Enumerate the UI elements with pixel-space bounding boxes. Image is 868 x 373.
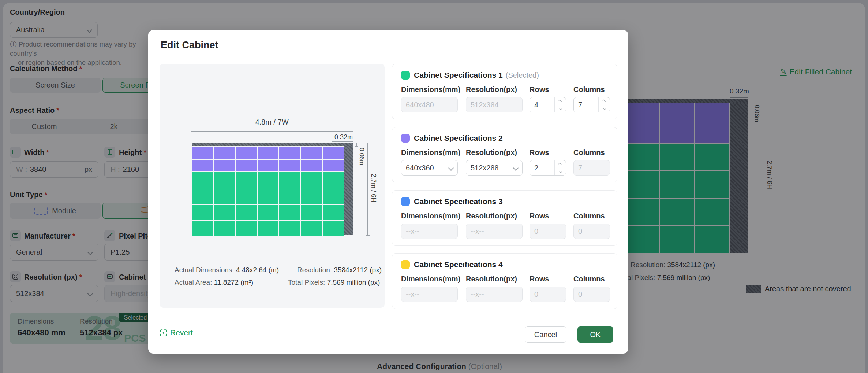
cabinet-spec-card-2[interactable]: Cabinet Specifications 2 Dimensions(mm) … bbox=[392, 127, 617, 182]
grid-cell bbox=[236, 172, 257, 188]
grid-cell bbox=[301, 147, 322, 159]
columns-label: Columns bbox=[573, 148, 605, 157]
cabinet-spec-card-1[interactable]: Cabinet Specifications 1(Selected) Dimen… bbox=[392, 64, 617, 119]
grid-cell bbox=[192, 172, 213, 188]
spec3-title: Cabinet Specifications 3 bbox=[414, 197, 503, 206]
grid-cell bbox=[279, 172, 300, 188]
grid-cell bbox=[279, 205, 300, 220]
spec4-title: Cabinet Specifications 4 bbox=[414, 260, 503, 269]
ruler-tick bbox=[353, 129, 353, 134]
actual-dimensions-stat: Actual Dimensions: 4.48x2.64 (m) bbox=[175, 266, 279, 274]
grid-cell bbox=[323, 172, 344, 188]
grid-row bbox=[192, 172, 344, 188]
grid-cell bbox=[301, 160, 322, 171]
spec1-rows-stepper[interactable]: 4 bbox=[530, 97, 566, 112]
ruler-tick bbox=[355, 143, 358, 143]
edit-cabinet-modal: Edit Cabinet 4.8m / 7W 0.32m 0.06m 2.7m … bbox=[148, 30, 628, 354]
cancel-button[interactable]: Cancel bbox=[525, 326, 566, 343]
grid-cell bbox=[301, 188, 322, 204]
grid-cell bbox=[214, 188, 235, 204]
dimensions-label: Dimensions(mm) bbox=[401, 85, 460, 94]
grid-row bbox=[192, 188, 344, 204]
rows-decrement-button[interactable] bbox=[555, 168, 566, 176]
spec2-resolution-select[interactable]: 512x288 bbox=[466, 160, 523, 176]
preview-gap-label: 0.06m bbox=[358, 148, 365, 165]
resolution-label: Resolution(px) bbox=[466, 212, 517, 220]
spec2-rows-stepper[interactable]: 2 bbox=[530, 160, 566, 176]
grid-cell bbox=[192, 221, 213, 236]
ok-button[interactable]: OK bbox=[577, 326, 613, 343]
spec2-color-swatch bbox=[401, 134, 410, 143]
total-pixels-stat: Total Pixels: 7.569 million (px) bbox=[288, 278, 380, 287]
rows-label: Rows bbox=[530, 275, 549, 283]
resolution-label: Resolution(px) bbox=[466, 85, 517, 94]
app: Country/Region Australia ⓘ Product recom… bbox=[0, 0, 868, 373]
rows-increment-button[interactable] bbox=[555, 160, 566, 168]
grid-cell bbox=[214, 205, 235, 220]
spec1-columns-stepper[interactable]: 7 bbox=[573, 97, 610, 112]
grid-row bbox=[192, 147, 344, 159]
resolution-label: Resolution(px) bbox=[466, 275, 517, 283]
spec3-columns-input: 0 bbox=[573, 224, 610, 239]
preview-uncovered-top-strip bbox=[192, 143, 353, 146]
grid-cell bbox=[279, 147, 300, 159]
grid-cell bbox=[192, 160, 213, 171]
resolution-label: Resolution(px) bbox=[466, 148, 517, 157]
grid-cell bbox=[236, 147, 257, 159]
spec3-resolution-input: --x-- bbox=[466, 224, 523, 239]
rows-increment-button[interactable] bbox=[555, 97, 566, 105]
spec3-dimensions-input: --x-- bbox=[401, 224, 458, 239]
rows-label: Rows bbox=[530, 85, 549, 94]
grid-cell bbox=[301, 221, 322, 236]
grid-row bbox=[192, 160, 344, 171]
preview-column-bracket bbox=[332, 141, 353, 142]
columns-label: Columns bbox=[573, 85, 605, 94]
modal-title: Edit Cabinet bbox=[161, 40, 218, 51]
grid-cell bbox=[258, 172, 278, 188]
grid-row bbox=[192, 205, 344, 220]
ruler-tick bbox=[366, 235, 370, 236]
grid-cell bbox=[236, 188, 257, 204]
cabinet-spec-card-4[interactable]: Cabinet Specifications 4 Dimensions(mm) … bbox=[392, 253, 617, 309]
spec2-title: Cabinet Specifications 2 bbox=[414, 134, 503, 143]
grid-cell bbox=[214, 172, 235, 188]
grid-cell bbox=[258, 188, 278, 204]
spec1-dimensions-input: 640x480 bbox=[401, 97, 458, 112]
grid-cell bbox=[279, 188, 300, 204]
grid-cell bbox=[236, 160, 257, 171]
ruler-tick bbox=[366, 143, 370, 143]
revert-button[interactable]: Revert bbox=[160, 328, 193, 337]
grid-cell bbox=[236, 205, 257, 220]
preview-height-ruler bbox=[367, 143, 368, 235]
preview-height-label: 2.7m / 6H bbox=[370, 174, 377, 202]
columns-increment-button[interactable] bbox=[599, 97, 610, 105]
grid-cell bbox=[323, 221, 344, 236]
grid-cell bbox=[258, 221, 278, 236]
columns-label: Columns bbox=[573, 275, 605, 283]
grid-cell bbox=[301, 172, 322, 188]
grid-cell bbox=[258, 147, 278, 159]
grid-cell bbox=[192, 147, 213, 159]
chevron-down-icon bbox=[448, 165, 454, 171]
grid-cell bbox=[323, 188, 344, 204]
preview-gap-bracket bbox=[356, 143, 357, 146]
chevron-down-icon bbox=[513, 165, 519, 171]
preview-column-width-label: 0.32m bbox=[331, 133, 353, 141]
columns-decrement-button[interactable] bbox=[599, 105, 610, 112]
spec2-dimensions-select[interactable]: 640x360 bbox=[401, 160, 458, 176]
grid-cell bbox=[301, 205, 322, 220]
grid-cell bbox=[279, 221, 300, 236]
spec2-columns-input: 7 bbox=[573, 160, 610, 176]
preview-uncovered-right-strip bbox=[344, 146, 353, 235]
grid-cell bbox=[323, 147, 344, 159]
rows-decrement-button[interactable] bbox=[555, 105, 566, 112]
ruler-tick bbox=[191, 129, 191, 134]
spec4-rows-input: 0 bbox=[530, 287, 566, 302]
actual-area-stat: Actual Area: 11.8272 (m²) bbox=[175, 278, 253, 287]
grid-cell bbox=[258, 160, 278, 171]
spec1-selected-tag: (Selected) bbox=[506, 71, 539, 79]
dimensions-label: Dimensions(mm) bbox=[401, 275, 460, 283]
columns-label: Columns bbox=[573, 212, 605, 220]
cabinet-spec-card-3[interactable]: Cabinet Specifications 3 Dimensions(mm) … bbox=[392, 190, 617, 246]
grid-cell bbox=[323, 205, 344, 220]
